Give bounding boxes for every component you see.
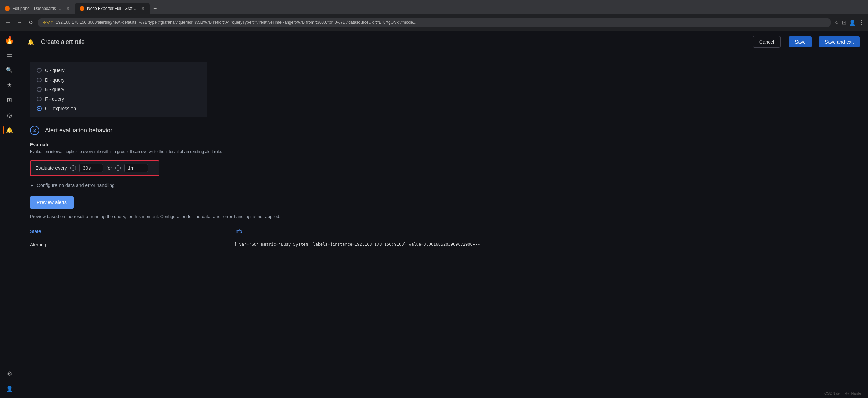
save-button[interactable]: Save [789,36,812,47]
forward-button[interactable]: → [16,18,24,27]
page-footer: CSDN @TTRy_Harder [819,388,868,398]
tab-favicon-1 [5,6,10,11]
radio-d[interactable] [37,78,42,82]
address-bar[interactable]: 不安全 192.168.178.150:3000/alerting/new?de… [38,18,831,27]
radio-g[interactable] [37,106,42,111]
browser-tab-1[interactable]: Edit panel - Dashboards - Das ✕ [0,3,75,14]
browser-tabs: Edit panel - Dashboards - Das ✕ Node Exp… [0,0,868,14]
main-content: 🔔 Create alert rule Cancel Save Save and… [19,31,868,398]
query-label-e: E - query [45,87,64,92]
content-area: C - query D - query E - query F - query … [19,53,868,270]
evaluate-for-input[interactable] [124,164,148,172]
browser-chrome: Edit panel - Dashboards - Das ✕ Node Exp… [0,0,868,31]
address-text: 192.168.178.150:3000/alerting/new?defaul… [56,20,416,25]
table-row: Alerting [ var='GO' metric='Busy System'… [30,238,857,251]
menu-button[interactable]: ⋮ [858,19,864,26]
query-label-f: F - query [45,96,64,102]
query-item-c[interactable]: C - query [37,66,200,75]
top-bar: 🔔 Create alert rule Cancel Save Save and… [19,31,868,53]
query-label-d: D - query [45,77,65,83]
row-state: Alerting [30,242,234,247]
sidebar-toggle[interactable]: ☰ [3,48,16,62]
sidebar-alerting[interactable]: 🔔 [3,123,16,137]
query-item-d[interactable]: D - query [37,75,200,85]
evaluate-every-info-icon[interactable]: i [70,165,76,171]
col-header-state: State [30,229,234,234]
tab-label-2: Node Exporter Full | Grafana... [87,6,138,11]
tab-close-1[interactable]: ✕ [66,6,70,11]
query-item-f[interactable]: F - query [37,94,200,104]
evaluate-label: Evaluate [30,142,857,147]
evaluate-for-label: for [107,165,112,171]
sidebar-settings[interactable]: ⚙ [3,367,16,380]
reload-button[interactable]: ↺ [27,18,34,27]
radio-f[interactable] [37,97,42,101]
profile-button[interactable]: 👤 [849,19,856,26]
new-tab-button[interactable]: + [150,5,160,12]
evaluate-every-input[interactable] [79,164,103,172]
evaluate-desc: Evaluation interval applies to every rul… [30,149,234,155]
query-item-e[interactable]: E - query [37,85,200,94]
sidebar-explore[interactable]: ◎ [3,108,16,122]
sidebar-profile[interactable]: 👤 [3,382,16,395]
alert-icon: 🔔 [27,39,34,45]
app-layout: 🔥 ☰ 🔍 ★ ⊞ ◎ 🔔 ⚙ 👤 🔔 Create alert rule Ca… [0,31,868,398]
configure-label: Configure no data and error handling [37,183,115,188]
tab-close-2[interactable]: ✕ [141,6,145,11]
section-alert-evaluation: 2 Alert evaluation behavior Evaluate Eva… [30,126,857,251]
query-label-c: C - query [45,68,65,73]
results-table: State Info Alerting [ var='GO' metric='B… [30,226,857,251]
section-header: 2 Alert evaluation behavior [30,126,857,135]
evaluate-every-label: Evaluate every [35,165,67,171]
tab-favicon-2 [80,6,84,11]
radio-e[interactable] [37,87,42,92]
tab-label-1: Edit panel - Dashboards - Das [12,6,63,11]
configure-no-data[interactable]: ► Configure no data and error handling [30,183,857,188]
preview-description: Preview based on the result of running t… [30,214,857,219]
table-header: State Info [30,226,857,237]
nav-actions: ☆ ⊡ 👤 ⋮ [834,19,864,26]
save-and-exit-button[interactable]: Save and exit [819,36,860,47]
sidebar-logo[interactable]: 🔥 [3,33,16,47]
page-title: Create alert rule [41,38,748,46]
back-button[interactable]: ← [4,18,12,27]
query-item-g[interactable]: G - expression [37,104,200,113]
security-warning: 不安全 [43,20,54,25]
browser-nav: ← → ↺ 不安全 192.168.178.150:3000/alerting/… [0,14,868,31]
cancel-button[interactable]: Cancel [753,36,781,48]
browser-tab-2[interactable]: Node Exporter Full | Grafana... ✕ [75,3,150,14]
sidebar-search[interactable]: 🔍 [3,63,16,77]
query-list: C - query D - query E - query F - query … [30,62,207,117]
evaluate-for-info-icon[interactable]: i [115,165,121,171]
sidebar-dashboards[interactable]: ⊞ [3,93,16,107]
bookmark-button[interactable]: ☆ [834,19,839,26]
row-info: [ var='GO' metric='Busy System' labels={… [234,242,857,247]
sidebar-starred[interactable]: ★ [3,78,16,92]
sidebar: 🔥 ☰ 🔍 ★ ⊞ ◎ 🔔 ⚙ 👤 [0,31,19,398]
col-header-info: Info [234,229,857,234]
section-number: 2 [30,126,39,135]
radio-c[interactable] [37,68,42,73]
evaluate-row: Evaluate every i for i [30,160,159,176]
section-title: Alert evaluation behavior [45,127,112,134]
preview-alerts-button[interactable]: Preview alerts [30,196,74,209]
query-label-g: G - expression [45,106,76,111]
footer-text: CSDN @TTRy_Harder [824,391,863,395]
chevron-right-icon: ► [30,183,34,188]
extensions-button[interactable]: ⊡ [842,19,846,26]
